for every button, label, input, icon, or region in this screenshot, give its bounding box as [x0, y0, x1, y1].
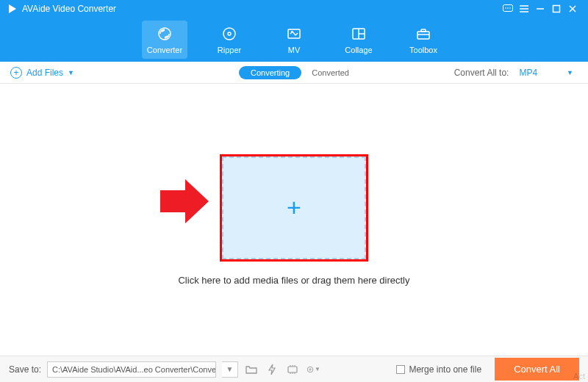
nav-converter[interactable]: Converter [142, 21, 187, 59]
svg-rect-21 [421, 29, 426, 32]
titlebar: AVAide Video Converter [0, 0, 588, 18]
lightning-icon[interactable] [265, 362, 279, 377]
workspace: + Click here to add media files or drag … [0, 84, 588, 356]
merge-checkbox[interactable]: Merge into one file [396, 364, 481, 375]
converter-icon [156, 25, 173, 43]
nav-toolbox[interactable]: Toolbox [401, 21, 446, 59]
ripper-icon [220, 25, 238, 43]
watermark-text: Act [573, 372, 585, 381]
feedback-icon[interactable] [500, 1, 516, 17]
open-folder-icon[interactable] [244, 362, 259, 377]
save-path-value: C:\AVAide Studio\AVAid...eo Converter\Co… [52, 365, 216, 374]
nav-ripper[interactable]: Ripper [207, 21, 252, 59]
svg-rect-9 [553, 6, 560, 12]
svg-marker-24 [269, 364, 275, 375]
nav-collage[interactable]: Collage [336, 21, 381, 59]
plus-icon: + [287, 193, 301, 222]
collage-icon [350, 25, 368, 43]
close-button[interactable] [564, 1, 581, 17]
svg-marker-0 [9, 4, 16, 13]
maximize-button[interactable] [548, 1, 564, 17]
svg-point-16 [291, 31, 293, 32]
nav-label: Toolbox [409, 46, 437, 54]
save-to-label: Save to: [9, 364, 41, 375]
svg-point-33 [309, 368, 311, 370]
svg-point-13 [223, 28, 235, 40]
arrow-right-icon [160, 179, 212, 226]
svg-rect-20 [417, 32, 429, 39]
settings-icon[interactable]: ▼ [306, 362, 320, 377]
app-logo-icon [7, 4, 18, 14]
dropzone-hint: Click here to add media files or drag th… [178, 275, 409, 286]
tab-converting[interactable]: Converting [239, 66, 301, 79]
toolbox-icon [415, 25, 432, 43]
mv-icon [285, 25, 303, 43]
svg-marker-23 [160, 179, 209, 223]
merge-label: Merge into one file [409, 364, 481, 375]
plus-circle-icon: + [10, 67, 22, 79]
convert-all-button[interactable]: Convert All [495, 358, 579, 381]
svg-point-4 [509, 7, 511, 9]
chevron-down-icon: ▼ [567, 69, 573, 76]
svg-point-2 [505, 7, 506, 9]
nav-label: Ripper [218, 46, 241, 54]
format-value: MP4 [519, 68, 537, 78]
chevron-down-icon: ▼ [68, 69, 74, 76]
output-format-select[interactable]: MP4 ▼ [514, 66, 578, 79]
svg-rect-25 [288, 367, 297, 372]
main-nav: Converter Ripper MV Collage Toolbox [0, 18, 588, 62]
svg-point-3 [507, 7, 509, 9]
bottombar: Save to: C:\AVAide Studio\AVAid...eo Con… [0, 356, 588, 382]
nav-label: MV [288, 46, 301, 54]
save-path-dropdown[interactable]: ▼ [222, 361, 238, 378]
nav-label: Converter [147, 46, 182, 54]
convert-all-to-label: Convert All to: [454, 68, 509, 78]
tab-converted[interactable]: Converted [312, 68, 349, 77]
dropzone-highlight: + [220, 154, 368, 262]
minimize-button[interactable] [532, 1, 548, 17]
add-files-label: Add Files [26, 68, 63, 78]
app-title: AVAide Video Converter [22, 4, 116, 14]
menu-icon[interactable] [516, 1, 532, 17]
add-files-button[interactable]: + Add Files ▼ [10, 67, 74, 79]
save-path-field[interactable]: C:\AVAide Studio\AVAid...eo Converter\Co… [47, 361, 216, 378]
subbar: + Add Files ▼ Converting Converted Conve… [0, 62, 588, 84]
svg-point-14 [228, 32, 231, 35]
gpu-icon[interactable] [285, 362, 300, 377]
svg-point-32 [307, 367, 313, 372]
checkbox-icon [396, 365, 405, 374]
nav-mv[interactable]: MV [271, 21, 317, 59]
add-media-dropzone[interactable]: + [222, 156, 366, 259]
nav-label: Collage [345, 46, 372, 54]
